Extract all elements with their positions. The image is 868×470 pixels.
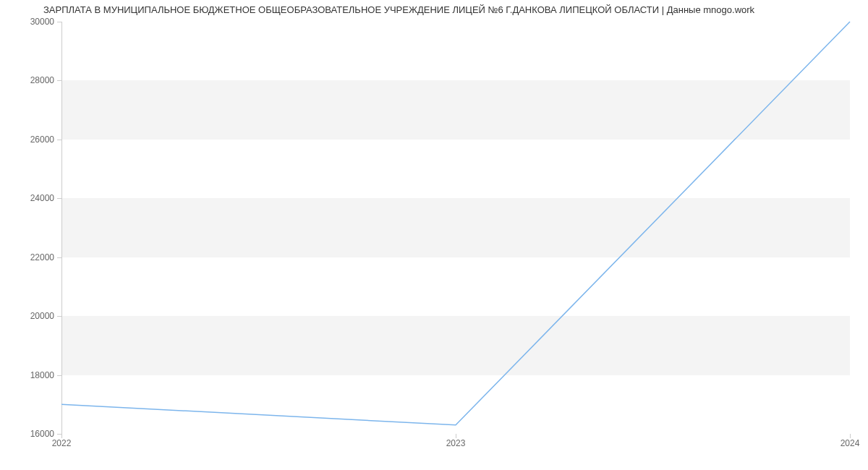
x-tick-mark [456, 434, 456, 438]
y-tick-mark [57, 80, 61, 81]
y-tick-mark [57, 22, 61, 22]
x-tick-label: 2024 [841, 438, 860, 448]
x-tick-mark [61, 434, 62, 438]
y-tick-mark [57, 316, 61, 317]
y-tick-label: 26000 [25, 134, 54, 145]
x-tick-label: 2023 [446, 438, 466, 448]
y-tick-label: 16000 [25, 429, 54, 439]
y-tick-mark [57, 198, 61, 199]
data-line [61, 22, 850, 425]
y-tick-label: 20000 [25, 311, 54, 321]
y-tick-mark [57, 375, 61, 376]
y-tick-label: 18000 [25, 370, 54, 380]
y-tick-mark [57, 257, 61, 258]
x-tick-mark [850, 434, 851, 438]
y-tick-mark [57, 140, 61, 140]
x-tick-label: 2022 [52, 438, 72, 448]
line-series-layer [61, 22, 850, 434]
chart-container: ЗАРПЛАТА В МУНИЦИПАЛЬНОЕ БЮДЖЕТНОЕ ОБЩЕО… [0, 0, 868, 470]
y-tick-label: 28000 [25, 75, 54, 85]
y-tick-label: 30000 [25, 17, 54, 27]
chart-title: ЗАРПЛАТА В МУНИЦИПАЛЬНОЕ БЮДЖЕТНОЕ ОБЩЕО… [43, 4, 754, 15]
y-tick-label: 24000 [25, 193, 54, 203]
y-tick-label: 22000 [25, 252, 54, 262]
plot-area: 1600018000200002200024000260002800030000… [61, 22, 850, 434]
